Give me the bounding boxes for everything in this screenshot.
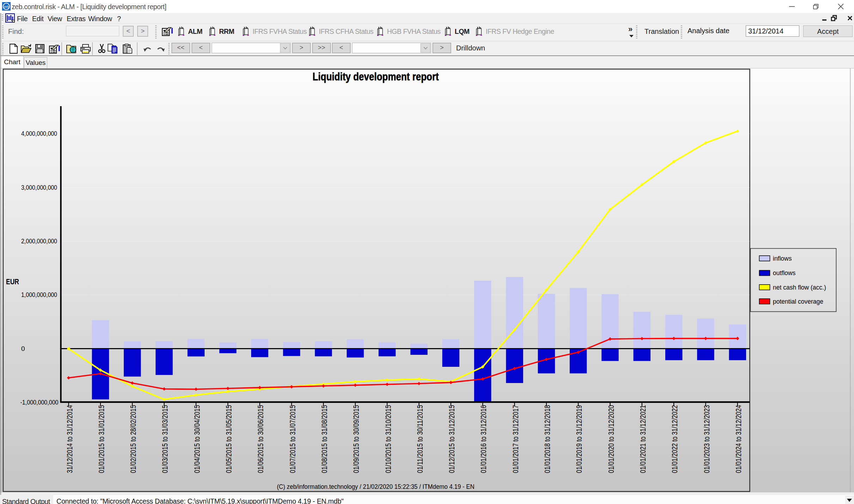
svg-text:01/01/2021 to 31/12/2021: 01/01/2021 to 31/12/2021 — [638, 405, 647, 473]
svg-text:0: 0 — [21, 345, 25, 352]
svg-text:inflows: inflows — [773, 255, 792, 262]
svg-text:01/01/2024 to 31/12/2024: 01/01/2024 to 31/12/2024 — [734, 405, 743, 473]
svg-text:01/01/2020 to 31/12/2020: 01/01/2020 to 31/12/2020 — [607, 405, 616, 473]
svg-text:01/12/2015 to 31/12/2015: 01/12/2015 to 31/12/2015 — [447, 405, 456, 473]
svg-text:01/10/2015 to 31/10/2015: 01/10/2015 to 31/10/2015 — [384, 405, 393, 473]
svg-text:31/12/2014 to 31/12/2014: 31/12/2014 to 31/12/2014 — [65, 405, 74, 473]
svg-text:01/01/2023 to 31/12/2023: 01/01/2023 to 31/12/2023 — [702, 405, 711, 473]
svg-text:01/06/2015 to 30/06/2015: 01/06/2015 to 30/06/2015 — [256, 405, 265, 473]
svg-text:01/01/2017 to 31/12/2017: 01/01/2017 to 31/12/2017 — [511, 405, 520, 473]
svg-text:potential coverage: potential coverage — [773, 298, 823, 305]
svg-text:01/09/2015 to 30/09/2015: 01/09/2015 to 30/09/2015 — [352, 405, 361, 473]
svg-text:01/01/2018 to 31/12/2018: 01/01/2018 to 31/12/2018 — [543, 405, 552, 473]
svg-text:01/01/2019 to 31/12/2019: 01/01/2019 to 31/12/2019 — [575, 405, 583, 473]
svg-text:01/04/2015 to 30/04/2015: 01/04/2015 to 30/04/2015 — [193, 405, 201, 473]
svg-text:Liquidity development report: Liquidity development report — [313, 71, 439, 83]
svg-text:01/02/2015 to 28/02/2015: 01/02/2015 to 28/02/2015 — [129, 405, 138, 473]
svg-text:(C) zeb/information.technology: (C) zeb/information.technology / 21/02/2… — [277, 483, 474, 490]
svg-text:1,000,000,000: 1,000,000,000 — [21, 291, 57, 298]
svg-text:01/08/2015 to 31/08/2015: 01/08/2015 to 31/08/2015 — [320, 405, 329, 473]
svg-text:-1,000,000,000: -1,000,000,000 — [20, 399, 59, 406]
svg-text:01/11/2015 to 30/11/2015: 01/11/2015 to 30/11/2015 — [416, 405, 424, 473]
svg-text:outflows: outflows — [773, 269, 795, 277]
svg-text:4,000,000,000: 4,000,000,000 — [21, 130, 57, 137]
svg-text:EUR: EUR — [6, 277, 19, 286]
svg-text:01/05/2015 to 31/05/2015: 01/05/2015 to 31/05/2015 — [224, 405, 233, 473]
svg-text:01/01/2016 to 31/12/2016: 01/01/2016 to 31/12/2016 — [479, 405, 488, 473]
svg-text:01/01/2022 to 31/12/2022: 01/01/2022 to 31/12/2022 — [670, 405, 679, 473]
svg-text:01/01/2015 to 31/01/2015: 01/01/2015 to 31/01/2015 — [97, 405, 106, 473]
svg-text:01/03/2015 to 31/03/2015: 01/03/2015 to 31/03/2015 — [160, 405, 169, 473]
svg-text:zeb: zeb — [4, 5, 9, 8]
svg-text:2,000,000,000: 2,000,000,000 — [21, 237, 57, 245]
svg-text:01/07/2015 to 31/07/2015: 01/07/2015 to 31/07/2015 — [288, 405, 297, 473]
svg-text:3,000,000,000: 3,000,000,000 — [21, 184, 57, 191]
svg-text:net cash flow (acc.): net cash flow (acc.) — [773, 284, 826, 291]
